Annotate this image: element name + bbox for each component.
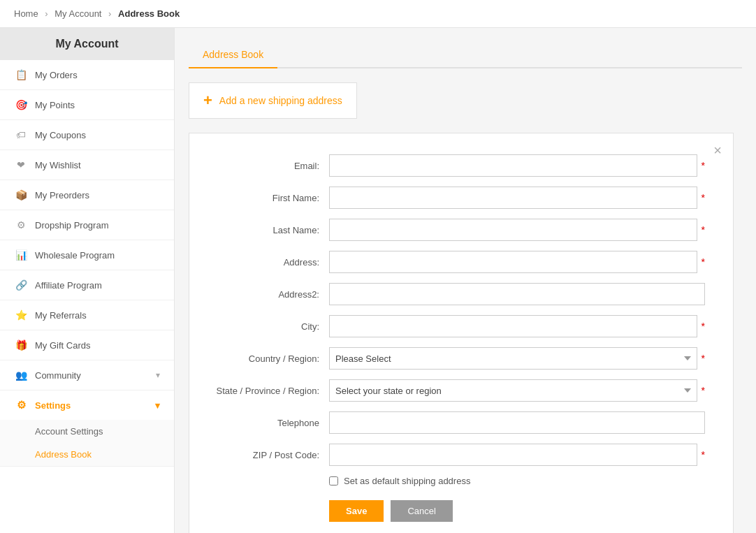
email-row: Email: * bbox=[203, 154, 705, 177]
cancel-button[interactable]: Cancel bbox=[391, 500, 452, 522]
address-form-panel: × Email: * First Name: * Last Name: bbox=[189, 133, 734, 533]
first-name-required: * bbox=[702, 192, 705, 203]
address2-row: Address2: bbox=[203, 283, 705, 305]
sidebar-item-label: My Gift Cards bbox=[35, 340, 160, 351]
country-required: * bbox=[702, 353, 705, 364]
main-content: Address Book + Add a new shipping addres… bbox=[175, 28, 756, 533]
first-name-input[interactable] bbox=[329, 187, 697, 209]
settings-header[interactable]: ⚙ Settings ▾ bbox=[0, 390, 174, 420]
telephone-row: Telephone bbox=[203, 411, 705, 434]
save-button[interactable]: Save bbox=[329, 500, 384, 522]
breadcrumb-current: Address Book bbox=[118, 8, 180, 19]
sidebar-item-label: Dropship Program bbox=[35, 220, 160, 231]
sidebar-item-gift-cards[interactable]: 🎁 My Gift Cards bbox=[0, 330, 174, 360]
telephone-input-wrap bbox=[329, 411, 705, 434]
sidebar-item-label: My Preorders bbox=[35, 190, 160, 200]
settings-label: Settings bbox=[35, 400, 71, 411]
sidebar-item-label: Affiliate Program bbox=[35, 280, 160, 291]
state-label: State / Province / Region: bbox=[203, 386, 329, 396]
sidebar-item-my-coupons[interactable]: 🏷 My Coupons bbox=[0, 120, 174, 150]
telephone-input[interactable] bbox=[329, 411, 705, 434]
sidebar-item-label: My Orders bbox=[35, 70, 160, 80]
breadcrumb-sep-1: › bbox=[45, 8, 48, 19]
first-name-row: First Name: * bbox=[203, 187, 705, 209]
orders-icon: 📋 bbox=[14, 68, 28, 82]
email-label: Email: bbox=[203, 161, 329, 171]
last-name-label: Last Name: bbox=[203, 225, 329, 235]
points-icon: 🎯 bbox=[14, 98, 28, 112]
country-select-wrap: Please Select * bbox=[329, 347, 705, 370]
address-required: * bbox=[702, 256, 705, 268]
state-select[interactable]: Select your state or region bbox=[329, 379, 697, 402]
country-row: Country / Region: Please Select * bbox=[203, 347, 705, 370]
sidebar-item-referrals[interactable]: ⭐ My Referrals bbox=[0, 300, 174, 330]
city-input-wrap: * bbox=[329, 315, 705, 337]
sidebar-item-label: My Points bbox=[35, 100, 160, 110]
sidebar-sub-item-account-settings[interactable]: Account Settings bbox=[0, 420, 174, 443]
community-icon: 👥 bbox=[14, 368, 28, 382]
sidebar-item-dropship[interactable]: ⚙ Dropship Program bbox=[0, 210, 174, 240]
address2-input[interactable] bbox=[329, 283, 705, 305]
zip-label: ZIP / Post Code: bbox=[203, 450, 329, 460]
sidebar-item-my-wishlist[interactable]: ❤ My Wishlist bbox=[0, 150, 174, 180]
email-input[interactable] bbox=[329, 154, 697, 177]
country-select[interactable]: Please Select bbox=[329, 347, 697, 370]
sidebar-item-my-preorders[interactable]: 📦 My Preorders bbox=[0, 180, 174, 210]
breadcrumb-account[interactable]: My Account bbox=[54, 8, 101, 19]
telephone-label: Telephone bbox=[203, 418, 329, 428]
dropship-icon: ⚙ bbox=[14, 218, 28, 232]
email-input-wrap: * bbox=[329, 154, 705, 177]
form-buttons: Save Cancel bbox=[329, 500, 705, 522]
settings-section: ⚙ Settings ▾ Account Settings Address Bo… bbox=[0, 390, 174, 467]
zip-input[interactable] bbox=[329, 444, 697, 466]
zip-input-wrap: * bbox=[329, 444, 705, 466]
sidebar-item-wholesale[interactable]: 📊 Wholesale Program bbox=[0, 240, 174, 270]
add-address-button[interactable]: + Add a new shipping address bbox=[189, 82, 357, 119]
state-select-wrap: Select your state or region * bbox=[329, 379, 705, 402]
first-name-label: First Name: bbox=[203, 193, 329, 203]
default-address-row: Set as default shipping address bbox=[329, 476, 705, 486]
referrals-icon: ⭐ bbox=[14, 308, 28, 322]
last-name-input[interactable] bbox=[329, 219, 697, 241]
wholesale-icon: 📊 bbox=[14, 248, 28, 262]
last-name-required: * bbox=[702, 224, 705, 235]
coupons-icon: 🏷 bbox=[14, 128, 28, 142]
sidebar-sub-item-address-book[interactable]: Address Book bbox=[0, 443, 174, 466]
plus-icon: + bbox=[203, 92, 212, 110]
default-address-label: Set as default shipping address bbox=[344, 476, 470, 486]
tab-address-book[interactable]: Address Book bbox=[189, 42, 277, 68]
sidebar: My Account 📋 My Orders 🎯 My Points 🏷 My … bbox=[0, 28, 175, 533]
zip-required: * bbox=[702, 449, 705, 460]
close-button[interactable]: × bbox=[713, 143, 722, 157]
last-name-row: Last Name: * bbox=[203, 219, 705, 241]
sidebar-item-label: Wholesale Program bbox=[35, 250, 160, 261]
settings-sub-items: Account Settings Address Book bbox=[0, 420, 174, 466]
address-input-wrap: * bbox=[329, 251, 705, 273]
community-expand-icon: ▾ bbox=[156, 370, 160, 380]
first-name-input-wrap: * bbox=[329, 187, 705, 209]
address-label: Address: bbox=[203, 257, 329, 268]
settings-gear-icon: ⚙ bbox=[14, 398, 28, 412]
breadcrumb-sep-2: › bbox=[108, 8, 111, 19]
preorders-icon: 📦 bbox=[14, 188, 28, 202]
sidebar-item-my-points[interactable]: 🎯 My Points bbox=[0, 90, 174, 120]
city-required: * bbox=[702, 321, 705, 332]
add-address-label: Add a new shipping address bbox=[219, 95, 342, 106]
zip-row: ZIP / Post Code: * bbox=[203, 444, 705, 466]
state-required: * bbox=[702, 385, 705, 396]
city-row: City: * bbox=[203, 315, 705, 337]
sidebar-item-label: My Referrals bbox=[35, 310, 160, 321]
sidebar-item-community[interactable]: 👥 Community ▾ bbox=[0, 360, 174, 390]
default-address-checkbox[interactable] bbox=[329, 476, 338, 485]
breadcrumb-home[interactable]: Home bbox=[14, 8, 38, 19]
address-row: Address: * bbox=[203, 251, 705, 273]
city-input[interactable] bbox=[329, 315, 697, 337]
sidebar-item-affiliate[interactable]: 🔗 Affiliate Program bbox=[0, 270, 174, 300]
sidebar-item-label: My Coupons bbox=[35, 130, 160, 140]
sidebar-item-my-orders[interactable]: 📋 My Orders bbox=[0, 60, 174, 90]
tab-bar: Address Book bbox=[189, 42, 742, 68]
breadcrumb: Home › My Account › Address Book bbox=[0, 0, 756, 28]
sidebar-item-label: My Wishlist bbox=[35, 160, 160, 170]
affiliate-icon: 🔗 bbox=[14, 278, 28, 292]
address-input[interactable] bbox=[329, 251, 697, 273]
